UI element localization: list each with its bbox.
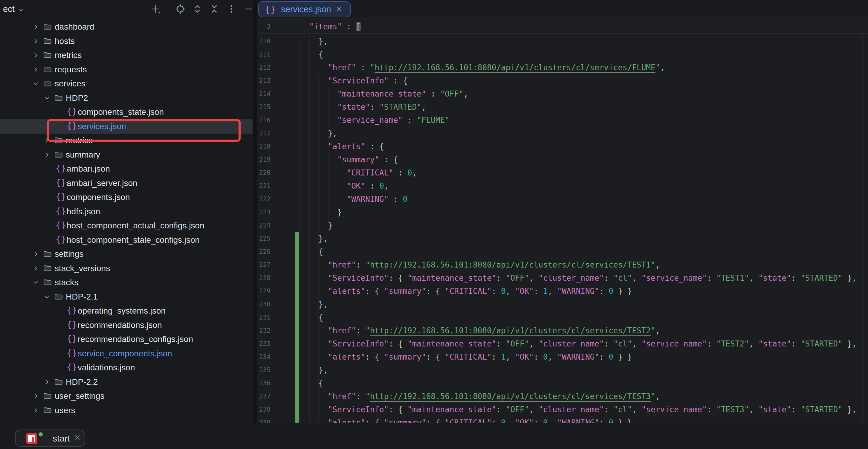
chevron-right-icon[interactable] <box>31 249 41 259</box>
chevron-right-icon[interactable] <box>42 377 52 387</box>
tree-item-label: requests <box>55 65 87 74</box>
close-icon[interactable]: ✕ <box>336 5 343 13</box>
tree-folder-stacks[interactable]: stacks <box>0 275 253 290</box>
editor-area[interactable]: {} services.json ✕ 3 "items" : [ 210 },2… <box>257 0 868 423</box>
chevron-right-icon[interactable] <box>31 264 41 273</box>
tree-folder-hdp-2.1[interactable]: HDP-2.1 <box>0 290 253 304</box>
code-editor-surface[interactable]: 210 },211 {212 "href" : "http://192.168.… <box>257 35 868 423</box>
json-braces-icon: {} <box>67 306 78 315</box>
close-icon[interactable]: ✕ <box>74 434 81 442</box>
tree-file-components-state.json[interactable]: {}components_state.json <box>0 105 253 119</box>
line-number: 232 <box>257 324 271 337</box>
tree-folder-users[interactable]: users <box>0 403 253 418</box>
tree-file-recommendations-configs.json[interactable]: {}recommendations_configs.json <box>0 332 253 347</box>
tree-folder-dashboard[interactable]: dashboard <box>0 20 253 34</box>
tree-folder-services[interactable]: services <box>0 77 253 91</box>
more-icon[interactable] <box>226 3 237 14</box>
url-link[interactable]: http://192.168.56.101:8080/api/v1/cluste… <box>370 260 651 269</box>
chevron-right-icon[interactable] <box>31 36 41 46</box>
code-line-217: }, <box>300 127 337 140</box>
json-braces-icon: {} <box>67 108 78 116</box>
tree-file-ambari.json[interactable]: {}ambari.json <box>0 162 253 176</box>
tree-item-label: metrics <box>66 136 93 145</box>
chevron-down-icon[interactable] <box>42 93 52 103</box>
line-number: 239 <box>257 416 271 423</box>
tree-folder-stack-versions[interactable]: stack_versions <box>0 261 253 276</box>
line-number: 229 <box>257 285 271 298</box>
tree-file-service-components.json[interactable]: {}service_components.json <box>0 347 253 361</box>
code-line-222: "WARNING" : 0 <box>300 192 407 206</box>
code-line-235: }, <box>300 363 328 377</box>
chevron-down-icon[interactable] <box>31 79 41 88</box>
tree-item-label: validations.json <box>78 363 135 372</box>
tree-file-operating-systems.json[interactable]: {}operating_systems.json <box>0 304 253 318</box>
code-line-226: { <box>300 245 323 258</box>
code-line-238: "ServiceInfo": { "maintenance_state": "O… <box>300 403 857 416</box>
line-number: 227 <box>257 258 271 271</box>
locate-icon[interactable] <box>175 3 186 14</box>
tree-folder-requests[interactable]: requests <box>0 62 253 77</box>
tree-item-label: host_component_actual_configs.json <box>67 221 205 231</box>
expand-all-icon[interactable] <box>192 3 203 14</box>
chevron-right-icon[interactable] <box>42 150 52 160</box>
tree-folder-hosts[interactable]: hosts <box>0 34 253 49</box>
tree-file-ambari-server.json[interactable]: {}ambari_server.json <box>0 176 253 190</box>
line-number: 237 <box>257 390 271 403</box>
tree-item-label: HDP-2.2 <box>66 377 98 387</box>
tree-folder-user-settings[interactable]: user_settings <box>0 389 253 403</box>
tree-folder-hdp-2.2[interactable]: HDP-2.2 <box>0 375 253 389</box>
tree-item-label: users <box>55 406 75 415</box>
json-braces-icon: {} <box>56 221 66 230</box>
bottom-tool-window-bar: start ✕ <box>0 423 868 449</box>
tree-folder-metrics[interactable]: metrics <box>0 133 253 148</box>
chevron-right-icon[interactable] <box>31 65 41 74</box>
code-line-212: "href" : "http://192.168.56.101:8080/api… <box>300 61 665 74</box>
code-line-228: "ServiceInfo": { "maintenance_state": "O… <box>300 271 857 285</box>
chevron-down-icon[interactable] <box>31 278 41 287</box>
sticky-line-items[interactable]: 3 "items" : [ <box>257 20 868 34</box>
line-number: 226 <box>257 245 271 258</box>
add-icon[interactable] <box>150 3 161 14</box>
panel-divider[interactable] <box>253 0 257 423</box>
tree-item-label: recommendations.json <box>78 321 162 330</box>
tree-folder-hdp2[interactable]: HDP2 <box>0 91 253 105</box>
chevron-right-icon[interactable] <box>31 22 41 32</box>
tree-folder-summary[interactable]: summary <box>0 148 253 162</box>
tree-file-components.json[interactable]: {}components.json <box>0 190 253 205</box>
tree-file-host-component-stale-configs.json[interactable]: {}host_component_stale_configs.json <box>0 233 253 247</box>
project-tree: dashboardhostsmetricsrequestsservicesHDP… <box>0 19 253 423</box>
tree-item-label: ambari.json <box>67 164 110 174</box>
chevron-right-icon[interactable] <box>31 51 41 60</box>
code-line-230: }, <box>300 298 328 311</box>
folder-icon <box>43 23 52 31</box>
tree-item-label: ambari_server.json <box>67 178 137 188</box>
collapse-all-icon[interactable] <box>209 3 220 14</box>
tree-folder-settings[interactable]: settings <box>0 247 253 261</box>
tree-file-hdfs.json[interactable]: {}hdfs.json <box>0 205 253 219</box>
line-number: 215 <box>257 100 271 114</box>
code-line: "items" : [ <box>300 20 361 33</box>
run-tool-window-tab[interactable]: start ✕ <box>15 429 85 447</box>
chevron-right-icon[interactable] <box>42 136 52 145</box>
tree-item-label: hdfs.json <box>67 207 100 216</box>
chevron-down-icon[interactable] <box>42 292 52 302</box>
folder-icon <box>43 265 52 273</box>
url-link[interactable]: http://192.168.56.101:8080/api/v1/cluste… <box>370 392 651 401</box>
folder-icon <box>54 137 63 145</box>
chevron-right-icon[interactable] <box>31 391 41 401</box>
tab-services-json[interactable]: {} services.json ✕ <box>258 1 351 17</box>
tree-item-label: host_component_stale_configs.json <box>67 235 200 245</box>
code-line-223: } <box>300 206 342 219</box>
tree-file-recommendations.json[interactable]: {}recommendations.json <box>0 318 253 332</box>
tree-file-validations.json[interactable]: {}validations.json <box>0 361 253 375</box>
url-link[interactable]: http://192.168.56.101:8080/api/v1/cluste… <box>370 326 651 335</box>
chevron-right-icon[interactable] <box>31 406 41 415</box>
line-number: 235 <box>257 363 271 377</box>
json-braces-icon: {} <box>67 335 78 343</box>
tree-folder-metrics[interactable]: metrics <box>0 48 253 62</box>
tree-item-label: summary <box>66 150 100 160</box>
tree-file-host-component-actual-configs.json[interactable]: {}host_component_actual_configs.json <box>0 218 253 233</box>
project-panel-title[interactable]: ect <box>3 4 24 14</box>
tree-file-services.json[interactable]: {}services.json <box>0 119 253 133</box>
url-link[interactable]: http://192.168.56.101:8080/api/v1/cluste… <box>374 63 655 72</box>
